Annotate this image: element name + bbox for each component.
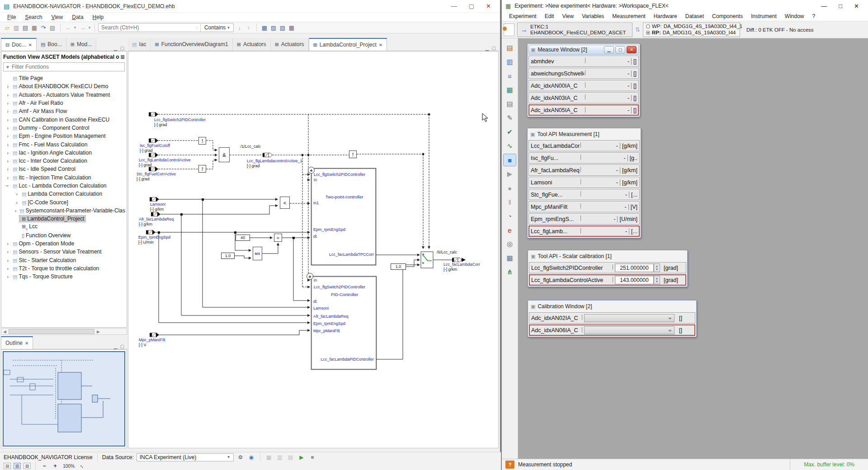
measure-row[interactable]: Lamsoni - [g/km] bbox=[528, 177, 640, 188]
menu-item[interactable]: View bbox=[47, 13, 66, 21]
zoom-in-icon[interactable]: + bbox=[51, 463, 59, 469]
search-box[interactable]: ◌ Contains bbox=[98, 23, 234, 32]
fit-view-icon[interactable]: ↔ bbox=[77, 461, 88, 470]
zoom-out-icon[interactable]: − bbox=[40, 463, 48, 469]
diagram-label[interactable]: Lcc_facLambdaTPCCorr bbox=[318, 252, 374, 257]
menu-item[interactable]: File bbox=[4, 13, 19, 21]
close-icon[interactable]: ✕ bbox=[486, 3, 491, 9]
strip-icon[interactable]: ▦ bbox=[504, 252, 516, 264]
strip-icon[interactable]: e bbox=[504, 224, 516, 236]
strip-icon[interactable]: ▶ bbox=[504, 168, 516, 180]
instrument-icon-3[interactable]: ▤ bbox=[287, 454, 295, 461]
menu-item[interactable]: Edit bbox=[541, 12, 558, 20]
expander-icon[interactable]: › bbox=[5, 241, 10, 246]
scroll-left-icon[interactable]: ◀ bbox=[1, 329, 8, 334]
toolbar-icon[interactable]: ▤ bbox=[21, 23, 30, 32]
diagram-label[interactable]: Lamsoni bbox=[313, 306, 329, 311]
measure-row[interactable]: abweichungsSchwelle - [] bbox=[528, 68, 639, 79]
expander-icon[interactable]: › bbox=[5, 258, 10, 263]
tree-item[interactable]: › Iac - Ignition Angle Calculation bbox=[1, 149, 127, 157]
minimize-icon[interactable]: ▁ bbox=[604, 46, 614, 53]
diagram-label[interactable]: ! bbox=[198, 137, 206, 145]
tree-item[interactable]: › Opm - Operation Mode bbox=[1, 240, 127, 248]
view-detail-icon[interactable]: ▧ bbox=[24, 463, 31, 469]
start-visualization-icon[interactable]: ▶ bbox=[297, 454, 306, 461]
diagram-label[interactable]: ! bbox=[349, 150, 357, 158]
diagram-label[interactable]: Epm_rpmEngSpd bbox=[313, 321, 345, 326]
diagram-label[interactable]: Stc_flgFuelCorrActive[-] grad bbox=[137, 172, 176, 182]
calibration-row[interactable]: Adc_idxAN02IA_C [] bbox=[529, 312, 695, 324]
filter-input[interactable] bbox=[12, 64, 123, 70]
diagram-label[interactable]: Mpc_pManiFilt bbox=[313, 329, 340, 334]
close-tab-icon[interactable]: ✕ bbox=[28, 42, 32, 47]
tree-item[interactable]: › Dummy - Component Control bbox=[1, 124, 127, 132]
menu-item[interactable]: Hardware bbox=[650, 12, 681, 20]
diagram-canvas[interactable]: Lcc_flgSwitch2PIDController[-] grad Isc_… bbox=[128, 51, 499, 448]
diagram-label[interactable]: Mpc_pManiFilt[-] V bbox=[139, 338, 165, 348]
tree-item[interactable]: › Amf - Air Mass Flow bbox=[1, 107, 127, 115]
menu-item[interactable]: Search bbox=[21, 13, 46, 21]
toolbar-icon[interactable]: ▦ bbox=[30, 23, 39, 32]
minimize-icon[interactable]: — bbox=[451, 3, 457, 9]
close-icon[interactable]: ✕ bbox=[854, 3, 859, 9]
menu-item[interactable]: ? bbox=[809, 12, 819, 20]
strip-icon[interactable]: ◔ bbox=[504, 210, 516, 222]
measure-row[interactable]: Lcc_flgLamb... - [... bbox=[528, 226, 640, 237]
view-single-icon[interactable]: ▤ bbox=[4, 463, 11, 469]
diagram-label[interactable]: Afr_facLambdaReq[-] g/km bbox=[139, 217, 174, 227]
wp-radio[interactable] bbox=[646, 24, 650, 28]
minimize-panel-icon[interactable]: ▁ bbox=[114, 46, 118, 51]
diagram-label[interactable]: dt bbox=[313, 234, 317, 239]
measure-row[interactable]: Afr_facLambdaReq - [g/km] bbox=[528, 164, 640, 176]
data-source-select[interactable]: INCA Experiment (Live)▼ bbox=[137, 453, 234, 461]
tree-item[interactable]: › Stc - Starter Calculation bbox=[1, 256, 127, 264]
nav-icon[interactable]: ↓ bbox=[235, 23, 244, 32]
value-input[interactable]: 251.000000 bbox=[615, 263, 654, 272]
diagram-label[interactable]: + bbox=[307, 273, 313, 280]
editor-tab[interactable]: FunctionOverviewDiagram1✕ bbox=[151, 38, 232, 51]
editor-tab[interactable]: LambdaControl_Project✕ bbox=[309, 38, 387, 51]
measure-row[interactable]: Mpc_pManiFilt - [V] bbox=[528, 201, 640, 212]
calibration-window[interactable]: ▣ Calibration Window [2] Adc_idxAN02IA_C… bbox=[528, 300, 697, 337]
editor-tab[interactable]: Iac✕ bbox=[128, 38, 151, 51]
experiment-file-icon[interactable] bbox=[504, 24, 514, 36]
spinner[interactable]: ▲▼ bbox=[654, 263, 660, 272]
strip-icon[interactable]: ∿ bbox=[504, 140, 516, 152]
expander-icon[interactable]: › bbox=[5, 249, 10, 254]
model-toolbar-icon[interactable]: ▩ bbox=[260, 23, 269, 32]
diagram-label[interactable]: Isc_flgFuelCutoff[-] grad bbox=[140, 143, 170, 153]
measure-row[interactable]: Adc_idxAN00IA_C - [] bbox=[528, 80, 639, 91]
menu-item[interactable]: Window bbox=[781, 12, 808, 20]
diagram-label[interactable]: Lcc_facLambdaPIDController bbox=[309, 357, 374, 362]
value-dropdown[interactable] bbox=[584, 326, 675, 334]
menu-item[interactable]: Variables bbox=[578, 12, 608, 20]
maximize-icon[interactable]: ▢ bbox=[469, 3, 474, 9]
back-icon[interactable]: ← bbox=[64, 23, 73, 32]
expander-icon[interactable]: › bbox=[5, 117, 10, 122]
tree-item[interactable]: › Icc - Inter Cooler Calculation bbox=[1, 157, 127, 165]
measure-row[interactable]: Isc_flgFu... - [g.. bbox=[528, 152, 640, 164]
tree-item[interactable]: › CAN Calibration in Gasoline FlexECU bbox=[1, 115, 127, 123]
model-toolbar-icon[interactable]: ▨ bbox=[269, 23, 278, 32]
device-box[interactable]: → ETKC:1 EHANDBOOK_FlexECU_DEMO_ASCET bbox=[517, 23, 632, 37]
expander-icon[interactable]: › bbox=[5, 183, 10, 188]
close-tab-icon[interactable]: ✕ bbox=[25, 341, 28, 346]
expander-icon[interactable]: › bbox=[5, 125, 10, 131]
diagram-label[interactable]: MX bbox=[253, 247, 262, 260]
expander-icon[interactable]: › bbox=[5, 142, 10, 147]
expander-icon[interactable]: › bbox=[14, 200, 19, 205]
tree-item[interactable]: › Systemconstant-Parameter-Variable-Clas bbox=[1, 207, 127, 215]
menu-item[interactable]: Instrument bbox=[747, 12, 780, 20]
tree-item[interactable]: › Epm - Engine Position Management bbox=[1, 132, 127, 140]
strip-icon[interactable]: ⋔ bbox=[504, 266, 516, 278]
tool-api-titlebar[interactable]: ▣ Tool API Measurement [1] bbox=[528, 129, 640, 139]
expander-icon[interactable]: › bbox=[5, 100, 10, 106]
menu-item[interactable]: Dataset bbox=[682, 12, 708, 20]
expander-icon[interactable]: › bbox=[5, 108, 10, 114]
outline-thumbnail[interactable] bbox=[3, 351, 125, 446]
measure-row[interactable]: abmhdev - [] bbox=[528, 56, 639, 67]
expander-icon[interactable]: › bbox=[5, 84, 10, 89]
measure-window-titlebar[interactable]: ▣ Measure Window [2] ▁ ▢ ✕ bbox=[528, 45, 639, 55]
maximize-panel-icon[interactable]: ▢ bbox=[120, 46, 124, 51]
scroll-right-icon[interactable]: ▶ bbox=[95, 329, 102, 334]
